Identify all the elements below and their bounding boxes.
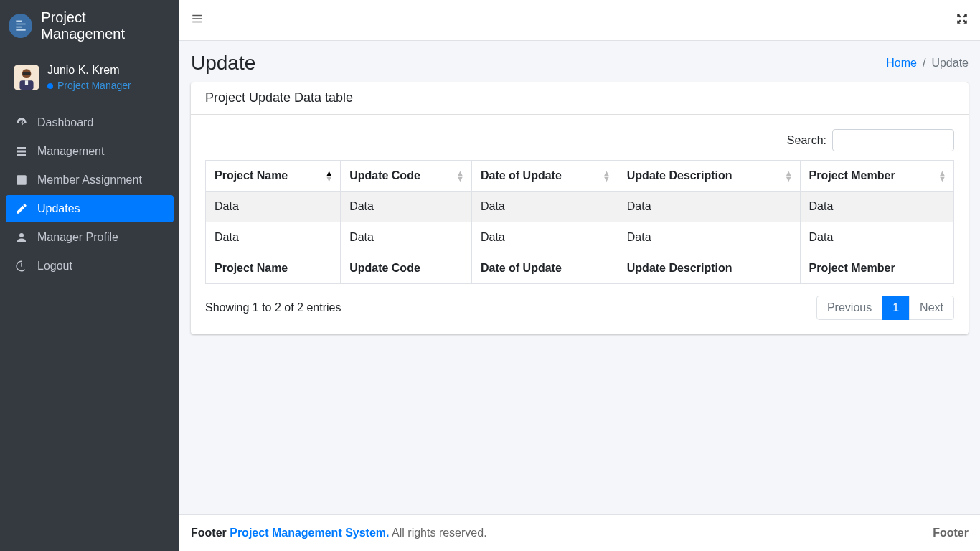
card-title: Project Update Data table — [191, 82, 969, 115]
sidebar-nav: Dashboard Management Member Assignment U… — [0, 109, 179, 281]
pagination: Previous 1 Next — [816, 296, 954, 320]
assignment-icon — [14, 174, 29, 187]
cell: Data — [618, 192, 800, 222]
sidebar-item-member-assignment[interactable]: Member Assignment — [6, 166, 174, 194]
column-label: Project Name — [215, 169, 288, 182]
management-icon — [14, 145, 29, 158]
status-dot-icon — [47, 83, 53, 89]
column-footer: Update Description — [618, 253, 800, 284]
sidebar-item-label: Manager Profile — [37, 231, 118, 244]
footer-left-suffix: All rights reserved. — [392, 527, 487, 539]
cell: Data — [341, 192, 472, 222]
column-footer: Date of Update — [471, 253, 618, 284]
column-header-project-name[interactable]: Project Name ▲▼ — [206, 161, 341, 192]
footer: Footer Project Management System. All ri… — [179, 514, 980, 551]
brand[interactable]: Project Management — [0, 0, 179, 52]
sidebar-item-label: Member Assignment — [37, 174, 142, 187]
column-label: Date of Update — [481, 169, 562, 182]
user-name[interactable]: Junio K. Krem — [47, 63, 131, 77]
sidebar-item-label: Logout — [37, 260, 72, 273]
sidebar: Project Management Junio K. Krem Project… — [0, 0, 179, 551]
sidebar-item-label: Updates — [37, 202, 80, 215]
column-header-update-description[interactable]: Update Description ▲▼ — [618, 161, 800, 192]
breadcrumb-separator: / — [923, 57, 925, 70]
datatable-footer: Showing 1 to 2 of 2 entries Previous 1 N… — [205, 296, 954, 320]
brand-title: Project Management — [41, 9, 171, 42]
sort-icon: ▲▼ — [325, 170, 333, 182]
sidebar-item-label: Dashboard — [37, 116, 93, 129]
topbar — [179, 0, 980, 41]
sort-icon: ▲▼ — [938, 170, 946, 182]
page-title: Update — [191, 52, 255, 75]
sidebar-item-logout[interactable]: Logout — [6, 253, 174, 280]
logout-icon — [14, 260, 29, 273]
footer-link[interactable]: Project Management System. — [230, 527, 389, 539]
content: Project Update Data table Search: Projec… — [179, 82, 980, 514]
user-panel: Junio K. Krem Project Manager — [7, 52, 172, 103]
sidebar-item-dashboard[interactable]: Dashboard — [6, 109, 174, 136]
updates-icon — [14, 202, 29, 215]
column-label: Update Code — [349, 169, 420, 182]
svg-rect-4 — [25, 80, 28, 85]
search-input[interactable] — [832, 129, 954, 151]
cell: Data — [618, 222, 800, 253]
avatar — [14, 65, 39, 90]
column-header-date-of-update[interactable]: Date of Update ▲▼ — [471, 161, 618, 192]
search-label: Search: — [787, 134, 826, 147]
sidebar-item-updates[interactable]: Updates — [6, 195, 174, 222]
column-footer: Project Member — [800, 253, 953, 284]
column-header-update-code[interactable]: Update Code ▲▼ — [341, 161, 472, 192]
breadcrumb-home[interactable]: Home — [886, 57, 917, 70]
sort-icon: ▲▼ — [603, 170, 611, 182]
menu-toggle-icon[interactable] — [191, 12, 204, 28]
user-role[interactable]: Project Manager — [57, 80, 131, 92]
dashboard-icon — [14, 116, 29, 129]
footer-right: Footer — [933, 527, 969, 539]
cell: Data — [800, 192, 953, 222]
column-footer: Update Code — [341, 253, 472, 284]
column-footer: Project Name — [206, 253, 341, 284]
column-header-project-member[interactable]: Project Member ▲▼ — [800, 161, 953, 192]
sidebar-item-management[interactable]: Management — [6, 138, 174, 165]
column-label: Update Description — [627, 169, 732, 182]
breadcrumb: Home / Update — [886, 57, 969, 70]
main-wrapper: Update Home / Update Project Update Data… — [179, 0, 980, 551]
column-label: Project Member — [809, 169, 895, 182]
cell: Data — [471, 222, 618, 253]
svg-rect-2 — [23, 72, 31, 75]
cell: Data — [206, 192, 341, 222]
cell: Data — [800, 222, 953, 253]
pagination-page-button[interactable]: 1 — [882, 296, 910, 320]
datatable: Project Name ▲▼ Update Code ▲▼ Date of U… — [205, 160, 954, 284]
sort-icon: ▲▼ — [785, 170, 793, 182]
footer-left-prefix: Footer — [191, 527, 230, 539]
pagination-next-button[interactable]: Next — [909, 296, 954, 320]
pagination-previous-button[interactable]: Previous — [816, 296, 882, 320]
sort-icon: ▲▼ — [456, 170, 464, 182]
profile-icon — [14, 231, 29, 244]
sidebar-item-label: Management — [37, 145, 104, 158]
table-row: Data Data Data Data Data — [206, 222, 954, 253]
fullscreen-toggle-icon[interactable] — [956, 12, 969, 28]
card: Project Update Data table Search: Projec… — [191, 82, 969, 334]
brand-logo-icon — [9, 14, 32, 38]
table-row: Data Data Data Data Data — [206, 192, 954, 222]
breadcrumb-current: Update — [931, 57, 969, 70]
cell: Data — [471, 192, 618, 222]
sidebar-item-manager-profile[interactable]: Manager Profile — [6, 224, 174, 251]
cell: Data — [206, 222, 341, 253]
datatable-info: Showing 1 to 2 of 2 entries — [205, 301, 341, 314]
cell: Data — [341, 222, 472, 253]
content-header: Update Home / Update — [179, 41, 980, 82]
datatable-search: Search: — [205, 129, 954, 151]
